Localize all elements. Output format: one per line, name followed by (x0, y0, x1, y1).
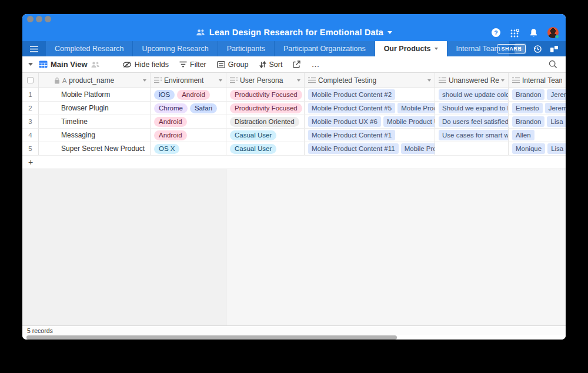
column-header-environment[interactable]: Environment (151, 73, 226, 88)
cell-unanswered-research[interactable]: Use cases for smart watch? (435, 129, 509, 142)
select-pill[interactable]: Productivity Focused (230, 103, 302, 113)
linked-record-chip[interactable]: Mobile Product Content #1 (308, 130, 395, 140)
cell-completed-testing[interactable]: Mobile Product UX #6 Mobile Product UX #… (305, 115, 435, 128)
cell-unanswered-research[interactable]: should we update color sch (435, 88, 509, 101)
cell-unanswered-research[interactable] (435, 142, 509, 155)
share-button[interactable]: SHARE (497, 44, 526, 53)
table-row[interactable]: 1 Mobile Platform iOS Android Productivi… (22, 88, 566, 102)
linked-record-chip[interactable]: should we update color sch (439, 89, 509, 100)
row-number-cell[interactable]: 2 (22, 102, 39, 115)
share-view-button[interactable] (293, 61, 300, 68)
select-pill[interactable]: OS X (154, 144, 179, 154)
hide-fields-button[interactable]: Hide fields (122, 61, 169, 69)
user-avatar[interactable] (547, 27, 559, 38)
linked-record-chip[interactable]: Mobile Product Content #2 (308, 89, 395, 100)
linked-record-chip[interactable]: Use cases for smart watch? (439, 130, 509, 140)
notifications-bell-icon[interactable] (529, 28, 538, 38)
column-caret-icon[interactable] (427, 79, 431, 82)
help-icon[interactable]: ? (492, 28, 500, 37)
view-switcher[interactable]: Main View (39, 60, 100, 69)
select-pill[interactable]: Distraction Oriented (230, 117, 299, 127)
collaborator-chip[interactable]: Monique (512, 143, 545, 154)
select-pill[interactable]: Safari (190, 103, 217, 113)
collaborator-chip[interactable]: Lisa (547, 143, 566, 154)
column-header-product-name[interactable]: A product_name (39, 73, 151, 88)
select-pill[interactable]: Casual User (230, 144, 276, 154)
column-header-user-persona[interactable]: User Persona (226, 73, 305, 88)
cell-user-persona[interactable]: Productivity Focused (226, 102, 305, 115)
filter-button[interactable]: Filter (179, 61, 206, 69)
history-icon[interactable] (533, 45, 542, 53)
sidebar-menu-icon[interactable] (22, 41, 46, 56)
marketplace-icon[interactable] (510, 28, 520, 38)
horizontal-scrollbar-thumb[interactable] (26, 335, 397, 340)
table-row[interactable]: 4 Messaging Android Casual User Mobile P… (22, 129, 566, 142)
cell-internal-team[interactable]: Ernesto Jeremy (509, 102, 566, 115)
cell-user-persona[interactable]: Distraction Oriented (226, 115, 305, 128)
cell-product-name[interactable]: Messaging (39, 129, 151, 142)
cell-environment[interactable]: Android (151, 115, 226, 128)
tab-upcoming-research[interactable]: Upcoming Research (133, 41, 217, 56)
column-caret-icon[interactable] (219, 79, 222, 82)
select-pill[interactable]: iOS (154, 90, 175, 100)
collaborator-chip[interactable]: Ernesto (512, 103, 543, 113)
tab-completed-research[interactable]: Completed Research (46, 41, 132, 56)
cell-product-name[interactable]: Mobile Platform (39, 88, 151, 101)
cell-completed-testing[interactable]: Mobile Product Content #2 (305, 88, 435, 101)
linked-record-chip[interactable]: Mobile Product Content #5 (308, 103, 395, 113)
group-button[interactable]: Group (217, 61, 249, 69)
tab-our-products[interactable]: Our Products (375, 41, 447, 56)
collaborator-chip[interactable]: Jeremy (545, 103, 566, 113)
linked-record-chip[interactable]: Do users feel satisfied with (439, 116, 509, 127)
row-number-cell[interactable]: 3 (22, 115, 39, 128)
cell-environment[interactable]: iOS Android (151, 88, 226, 101)
collaborator-chip[interactable]: Lisa (547, 116, 566, 127)
cell-user-persona[interactable]: Casual User (226, 142, 305, 155)
row-number-cell[interactable]: 4 (22, 129, 39, 142)
collaborator-chip[interactable]: Allen (512, 130, 534, 140)
close-window-button[interactable] (27, 16, 34, 22)
minimize-window-button[interactable] (36, 16, 42, 22)
collaborator-chip[interactable]: Jeremy (547, 89, 566, 100)
cell-environment[interactable]: Android (151, 129, 226, 142)
linked-record-chip[interactable]: Mobile Product UX (397, 103, 435, 113)
linked-record-chip[interactable]: Mobile Product UX #8 (383, 116, 435, 127)
table-row[interactable]: 2 Browser Plugin Chrome Safari Productiv… (22, 102, 566, 115)
linked-record-chip[interactable]: Mobile Product Content #11 (308, 143, 399, 154)
column-header-completed-testing[interactable]: Completed Testing (305, 73, 435, 88)
search-icon[interactable] (549, 60, 557, 69)
cell-user-persona[interactable]: Productivity Focused Di (226, 88, 305, 101)
row-number-cell[interactable]: 5 (22, 142, 39, 155)
zoom-window-button[interactable] (45, 16, 51, 22)
cell-unanswered-research[interactable]: Do users feel satisfied with (435, 115, 509, 128)
tab-participant-organizations[interactable]: Participant Organizations (275, 41, 375, 56)
cell-completed-testing[interactable]: Mobile Product Content #5 Mobile Product… (305, 102, 435, 115)
cell-internal-team[interactable]: Brandon Lisa (509, 115, 566, 128)
select-all-checkbox[interactable] (27, 77, 34, 83)
cell-product-name[interactable]: Timeline (39, 115, 151, 128)
cell-internal-team[interactable]: Allen (509, 129, 566, 142)
cell-product-name[interactable]: Super Secret New Product (39, 142, 151, 155)
more-options-button[interactable]: … (311, 62, 320, 66)
column-caret-icon[interactable] (143, 79, 146, 82)
cell-user-persona[interactable]: Casual User (226, 129, 305, 142)
cell-environment[interactable]: Chrome Safari (151, 102, 226, 115)
linked-record-chip[interactable]: Should we expand to IE? (439, 103, 509, 113)
base-title[interactable]: Lean Design Research for Emotional Data (22, 28, 566, 37)
column-header-internal-team[interactable]: Internal Team (509, 73, 566, 88)
tab-participants[interactable]: Participants (218, 41, 274, 56)
column-caret-icon[interactable] (297, 79, 300, 82)
select-pill[interactable]: Chrome (154, 103, 188, 113)
linked-record-chip[interactable]: Mobile Product UX #6 (308, 116, 381, 127)
collaborator-chip[interactable]: Brandon (512, 89, 544, 100)
sort-button[interactable]: Sort (259, 61, 283, 69)
cell-completed-testing[interactable]: Mobile Product Content #1 (305, 129, 435, 142)
cell-environment[interactable]: OS X (151, 142, 226, 155)
select-pill[interactable]: Android (154, 117, 187, 127)
select-pill[interactable]: Productivity Focused (230, 90, 302, 100)
cell-product-name[interactable]: Browser Plugin (39, 102, 151, 115)
linked-record-chip[interactable]: Mobile Product Co (401, 143, 435, 154)
collaborator-chip[interactable]: Brandon (512, 116, 544, 127)
cell-internal-team[interactable]: Brandon Jeremy (509, 88, 566, 101)
cell-completed-testing[interactable]: Mobile Product Content #11 Mobile Produc… (305, 142, 435, 155)
